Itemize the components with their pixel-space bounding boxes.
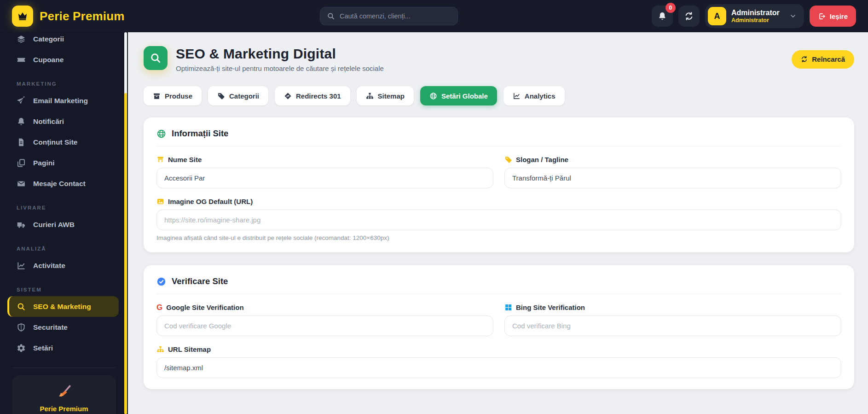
app: Perie Premium 0 A Administrator Administ… [0, 0, 868, 414]
archive-box-icon [153, 92, 161, 100]
card-title: Informații Site [172, 128, 228, 139]
og-image-help: Imaginea afișată când site-ul e distribu… [156, 234, 841, 241]
check-circle-icon [156, 277, 166, 286]
sidebar-item-mesaje-contact[interactable]: Mesaje Contact [0, 173, 128, 194]
store-icon [156, 156, 164, 163]
promo-title: Perie Premium [40, 405, 88, 413]
page-icon [144, 46, 168, 70]
tab-setari-globale[interactable]: Setări Globale [420, 86, 497, 105]
site-name-label: Nume Site [156, 156, 493, 163]
layers-icon [17, 35, 26, 44]
bell-icon [658, 12, 667, 21]
chevron-down-icon [789, 12, 797, 20]
search-icon [327, 12, 335, 20]
sidebar-item-pagini[interactable]: Pagini [0, 152, 128, 173]
sync-button[interactable] [678, 6, 700, 27]
sidebar-nav: Categorii Cupoane MARKETING Email Market… [0, 32, 128, 358]
card-title: Verificare Site [172, 276, 228, 286]
search-icon [17, 302, 26, 311]
sitemap-icon [156, 345, 164, 353]
search-input[interactable] [340, 12, 451, 20]
sidebar-section-livrare: LIVRARE [0, 194, 128, 214]
page-header: SEO & Marketing Digital Optimizează-ți s… [144, 46, 854, 72]
paper-plane-icon [17, 96, 26, 105]
globe-icon [156, 129, 166, 139]
sidebar-section-marketing: MARKETING [0, 70, 128, 90]
notifications-button[interactable]: 0 [652, 6, 673, 27]
sidebar-item-curieri-awb[interactable]: Curieri AWB [0, 214, 128, 235]
shield-icon [17, 323, 26, 332]
user-name: Administrator [731, 9, 780, 17]
sidebar-section-sistem: SISTEM [0, 276, 128, 296]
sidebar-scrollbar-thumb[interactable] [124, 93, 127, 414]
tab-sitemap[interactable]: Sitemap [357, 86, 414, 105]
logout-button[interactable]: Ieșire [810, 6, 856, 27]
microsoft-squares-icon [504, 303, 512, 311]
verify-site-card: Verificare Site G Google Site Verificati… [144, 265, 854, 389]
file-lines-icon [17, 138, 26, 147]
chart-line-icon [17, 261, 26, 270]
og-image-label: Imagine OG Default (URL) [156, 198, 841, 205]
tab-categorii[interactable]: Categorii [208, 86, 268, 105]
sidebar: Categorii Cupoane MARKETING Email Market… [0, 32, 128, 414]
seo-tabs: Produse Categorii Redirects 301 Sitemap … [144, 86, 854, 105]
user-menu[interactable]: A Administrator Administrator [705, 4, 804, 28]
brand-name: Perie Premium [40, 9, 125, 23]
tag-icon [217, 92, 225, 100]
bell-icon [17, 117, 26, 126]
sidebar-section-analiza: ANALIZĂ [0, 235, 128, 255]
sidebar-item-cupoane[interactable]: Cupoane [0, 49, 128, 70]
sidebar-item-securitate[interactable]: Securitate [0, 317, 128, 338]
avatar: A [708, 7, 726, 25]
sidebar-item-notificari[interactable]: Notificări [0, 111, 128, 132]
globe-icon [429, 92, 437, 100]
notification-badge: 0 [665, 3, 676, 13]
main-content: SEO & Marketing Digital Optimizează-ți s… [128, 32, 868, 414]
tab-redirects-301[interactable]: Redirects 301 [275, 86, 350, 105]
site-name-input[interactable] [156, 168, 493, 188]
sidebar-divider [12, 367, 116, 368]
google-verification-input[interactable] [156, 315, 493, 336]
ticket-icon [17, 55, 26, 64]
gear-icon [17, 344, 26, 353]
brand: Perie Premium [12, 6, 125, 27]
tag-icon [504, 156, 512, 163]
tab-analytics[interactable]: Analytics [503, 86, 565, 105]
sitemap-url-input[interactable] [156, 357, 841, 378]
google-verification-label: G Google Site Verification [156, 303, 493, 311]
sidebar-item-categorii[interactable]: Categorii [0, 32, 128, 49]
truck-icon [17, 220, 26, 229]
user-role: Administrator [731, 17, 780, 23]
refresh-icon [801, 56, 808, 63]
image-icon [156, 198, 164, 205]
tagline-input[interactable] [504, 168, 841, 188]
refresh-icon [684, 12, 694, 21]
sidebar-item-email-marketing[interactable]: Email Marketing [0, 90, 128, 111]
sidebar-item-continut-site[interactable]: Conținut Site [0, 132, 128, 152]
verify-site-header: Verificare Site [156, 276, 841, 294]
site-info-card: Informații Site Nume Site Slogan / Tagl [144, 117, 854, 252]
chart-line-icon [513, 92, 521, 100]
logout-icon [818, 12, 826, 20]
search-icon [150, 52, 162, 64]
crown-logo [12, 6, 33, 27]
sidebar-item-activitate[interactable]: Activitate [0, 255, 128, 276]
envelope-icon [17, 179, 26, 188]
tab-produse[interactable]: Produse [144, 86, 202, 105]
sidebar-item-seo-marketing[interactable]: SEO & Marketing [7, 296, 119, 317]
sidebar-item-setari[interactable]: Setări [0, 338, 128, 358]
bing-verification-label: Bing Site Verification [504, 303, 841, 311]
site-info-header: Informații Site [156, 128, 841, 146]
page-subtitle: Optimizează-ți site-ul pentru motoarele … [176, 64, 384, 72]
sitemap-url-label: URL Sitemap [156, 345, 841, 353]
paintbrush-icon [55, 383, 73, 401]
bing-verification-input[interactable] [504, 315, 841, 336]
og-image-input[interactable] [156, 210, 841, 230]
global-search[interactable] [320, 7, 458, 25]
topbar: Perie Premium 0 A Administrator Administ… [0, 0, 868, 32]
pages-icon [17, 158, 26, 168]
reload-button[interactable]: Reîncarcă [792, 50, 854, 69]
page-title: SEO & Marketing Digital [176, 46, 384, 62]
google-g-icon: G [156, 303, 162, 311]
diamond-turn-right-icon [284, 92, 292, 100]
